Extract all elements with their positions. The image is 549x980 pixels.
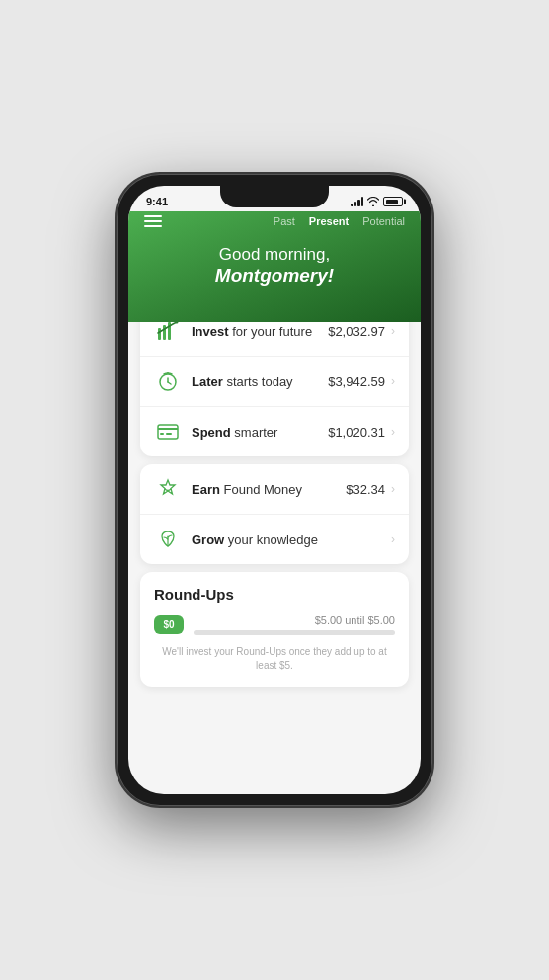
- earn-chevron: ›: [391, 482, 395, 496]
- roundups-badge: $0: [154, 615, 184, 634]
- greeting: Good morning, Montgomery!: [144, 245, 405, 294]
- invest-label: Invest for your future: [192, 324, 328, 339]
- spend-chevron: ›: [391, 425, 395, 439]
- spend-amount: $1,020.31: [328, 425, 385, 440]
- svg-rect-10: [160, 433, 164, 435]
- earn-icon: [154, 475, 182, 503]
- svg-rect-8: [158, 425, 178, 439]
- svg-rect-1: [163, 325, 166, 340]
- phone-wrapper: 9:41: [117, 174, 432, 806]
- spend-label: Spend smarter: [192, 425, 328, 440]
- hamburger-line: [144, 220, 162, 222]
- earn-row[interactable]: Earn Found Money $32.34 ›: [140, 464, 409, 515]
- header: Past Present Potential Good morning, Mon…: [128, 211, 421, 322]
- secondary-card: Earn Found Money $32.34 ›: [140, 464, 409, 564]
- later-chevron: ›: [391, 374, 395, 388]
- invest-amount: $2,032.97: [328, 324, 385, 339]
- svg-rect-11: [166, 433, 172, 435]
- cards-container: Invest for your future $2,032.97 ›: [128, 306, 421, 776]
- roundups-until: $5.00 until $5.00: [194, 614, 395, 626]
- grow-icon: [154, 526, 182, 553]
- nav-tabs: Past Present Potential: [274, 215, 405, 227]
- nav-bar: Past Present Potential: [144, 215, 405, 227]
- later-icon: [154, 368, 182, 395]
- grow-chevron: ›: [391, 532, 395, 546]
- signal-icon: [351, 197, 363, 206]
- earn-amount: $32.34: [346, 482, 385, 497]
- battery-icon: [383, 197, 403, 206]
- hamburger-line: [144, 225, 162, 227]
- tab-past[interactable]: Past: [274, 215, 295, 227]
- roundups-progress-row: $0 $5.00 until $5.00: [154, 614, 395, 635]
- greeting-line1: Good morning,: [144, 245, 405, 265]
- tab-present[interactable]: Present: [309, 215, 349, 227]
- grow-row[interactable]: Grow your knowledge ›: [140, 515, 409, 564]
- roundups-card: Round-Ups $0 $5.00 until $5.00 We'll inv…: [140, 572, 409, 687]
- status-icons: [351, 197, 403, 206]
- spend-row[interactable]: Spend smarter $1,020.31 ›: [140, 407, 409, 456]
- roundups-note: We'll invest your Round-Ups once they ad…: [154, 645, 395, 673]
- status-time: 9:41: [146, 196, 168, 207]
- earn-label: Earn Found Money: [192, 482, 346, 497]
- hamburger-menu[interactable]: [144, 215, 162, 227]
- phone-screen: 9:41: [128, 186, 421, 794]
- roundups-right: $5.00 until $5.00: [194, 614, 395, 635]
- later-amount: $3,942.59: [328, 374, 385, 389]
- roundups-title: Round-Ups: [154, 586, 395, 603]
- main-card: Invest for your future $2,032.97 ›: [140, 306, 409, 456]
- greeting-line2: Montgomery!: [144, 265, 405, 286]
- svg-rect-0: [158, 328, 161, 340]
- invest-chevron: ›: [391, 324, 395, 338]
- progress-bar-bg: [194, 630, 395, 635]
- notch: [220, 186, 329, 207]
- phone-frame: 9:41: [117, 174, 432, 806]
- svg-line-6: [168, 382, 171, 384]
- later-label: Later starts today: [192, 374, 328, 389]
- spend-icon: [154, 418, 182, 446]
- grow-label: Grow your knowledge: [192, 532, 385, 547]
- later-row[interactable]: Later starts today $3,942.59 ›: [140, 357, 409, 407]
- tab-potential[interactable]: Potential: [362, 215, 405, 227]
- hamburger-line: [144, 215, 162, 217]
- wifi-icon: [367, 197, 379, 206]
